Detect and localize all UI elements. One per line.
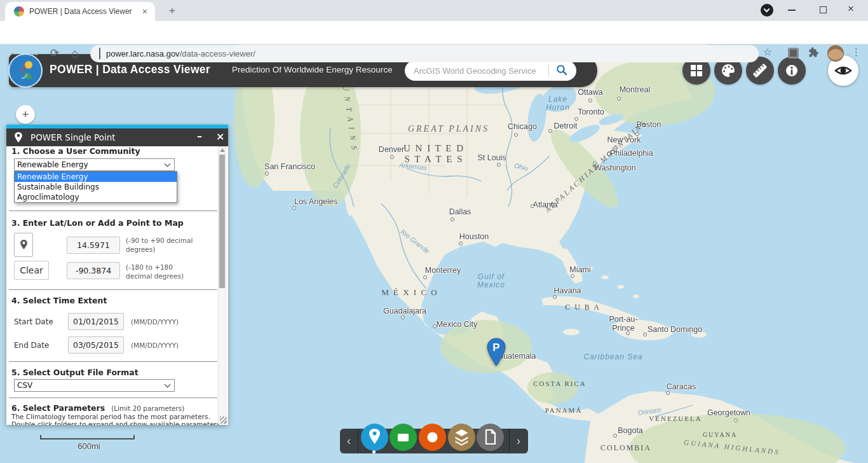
browser-menu-icon[interactable]: ⋮ [851,46,861,58]
island-jamaica [563,329,580,335]
extension-icon[interactable] [788,48,799,59]
geocode-search[interactable] [405,60,576,81]
start-date-input[interactable] [68,313,124,330]
output-format-select[interactable]: CSV [14,379,175,392]
panel-resize-handle[interactable] [220,417,227,424]
point-tool-button[interactable] [361,424,388,451]
layers-tool-button[interactable] [448,424,475,451]
back-button[interactable]: ← [7,46,22,59]
map-scale-label: 600mi [64,441,114,451]
date-format-hint: (MM/DD/YYYY) [131,318,179,326]
end-date-input[interactable] [68,336,124,354]
map-scale-bar [40,435,135,439]
app-title: POWER | Data Access Viewer [50,63,210,76]
section-latlon-heading: 3. Enter Lat/Lon or Add a Point to Map [11,218,184,228]
section-params-heading: 6. Select Parameters(Limit 20 parameters… [11,403,184,413]
section-divider [9,361,217,362]
global-tool-button[interactable] [419,424,446,451]
forward-button[interactable]: → [27,46,43,59]
latitude-hint: (-90 to +90 decimal degrees) [126,237,201,254]
user-community-dropdown[interactable]: Renewable EnergySustainable BuildingsAgr… [14,171,177,203]
screen: POWER | Data Access Viewer × + × ← → ⟳ ⌂… [0,0,868,463]
regional-tool-button[interactable] [390,424,417,451]
browser-update-icon[interactable] [761,4,773,17]
chevron-down-icon [165,161,171,167]
date-format-hint: (MM/DD/YYYY) [131,342,179,349]
section-time-heading: 4. Select Time Extent [11,296,107,305]
toolbar-next-icon[interactable]: › [510,429,527,453]
url-path: /data-access-viewer/ [180,49,255,59]
scrollbar-thumb[interactable] [219,155,225,288]
start-date-label: Start Date [14,317,53,326]
longitude-input[interactable] [67,262,120,279]
tab-title: POWER | Data Access Viewer [29,7,140,16]
section-divider [9,211,217,211]
toolbar-prev-icon[interactable]: ‹ [340,429,358,453]
params-note: The Climatology temporal period has the … [11,413,210,420]
section-format-heading: 5. Select Output File Format [11,368,139,377]
window-close-button[interactable]: × [848,3,854,15]
document-tool-button[interactable] [477,424,504,451]
window-minimize-button[interactable] [788,10,796,11]
longitude-hint: (-180 to +180 decimal degrees) [126,263,201,280]
chevron-down-icon [165,382,171,388]
url-host: power.larc.nasa.gov [106,49,180,59]
browser-tab-strip: POWER | Data Access Viewer × + × [0,0,868,21]
info-button[interactable] [778,57,806,85]
url-bar[interactable]: power.larc.nasa.gov/data-access-viewer/ [90,45,759,62]
new-tab-button[interactable]: + [164,3,180,19]
browser-toolbar: ← → ⟳ ⌂ power.larc.nasa.gov/data-access-… [0,21,868,45]
dropdown-option[interactable]: Agroclimatology [15,192,177,202]
site-favicon-icon [14,6,24,17]
island-puerto-rico [691,331,707,338]
island-hispaniola [611,320,674,340]
section-divider [9,289,217,290]
home-button[interactable]: ⌂ [67,46,83,60]
pin-icon [14,132,23,143]
lock-icon [99,48,100,60]
panel-minimize-icon[interactable]: – [197,130,202,142]
section-community-heading: 1. Choose a User Community [11,146,140,156]
power-single-point-panel: POWER Single Point – × 1. Choose a User … [6,125,228,425]
end-date-label: End Date [14,341,49,350]
extensions-puzzle-icon[interactable] [808,47,819,60]
panel-header[interactable]: POWER Single Point – × [6,128,228,146]
clear-button[interactable]: Clear [14,261,49,280]
browser-tab[interactable]: POWER | Data Access Viewer × [5,2,155,21]
island-cuba [541,296,639,324]
panel-close-icon[interactable]: × [216,130,224,142]
scroll-up-icon[interactable] [220,148,225,152]
dropdown-option[interactable]: Renewable Energy [15,172,177,182]
profile-avatar[interactable] [827,45,844,62]
section-divider [9,397,217,398]
user-community-value: Renewable Energy [17,160,88,169]
bookmark-star-icon[interactable]: ☆ [763,46,772,58]
marker-label: P [492,342,499,354]
toolbar-divider [358,429,358,453]
map-zoom-in-button[interactable]: + [16,105,35,124]
user-community-select[interactable]: Renewable Energy [14,158,175,171]
tab-close-icon[interactable]: × [140,6,150,17]
params-limit-note: (Limit 20 parameters) [111,404,184,412]
map-point-marker[interactable]: P [485,338,507,367]
search-input[interactable] [414,66,548,76]
window-maximize-button[interactable] [820,6,827,13]
add-point-button[interactable] [14,233,33,257]
search-icon[interactable] [549,60,574,81]
active-tool-indicator [372,450,376,453]
app-subtitle: Prediction Of Worldwide Energy Resource [232,65,393,74]
chevron-down-icon [764,6,770,13]
panel-scrollbar[interactable] [218,146,226,424]
output-format-value: CSV [17,381,32,390]
params-note: Double-click folders to expand and show … [11,420,220,425]
panel-title: POWER Single Point [31,132,116,142]
latitude-input[interactable] [67,237,120,254]
dropdown-option[interactable]: Sustainable Buildings [15,182,177,192]
reload-button[interactable]: ⟳ [47,46,62,60]
